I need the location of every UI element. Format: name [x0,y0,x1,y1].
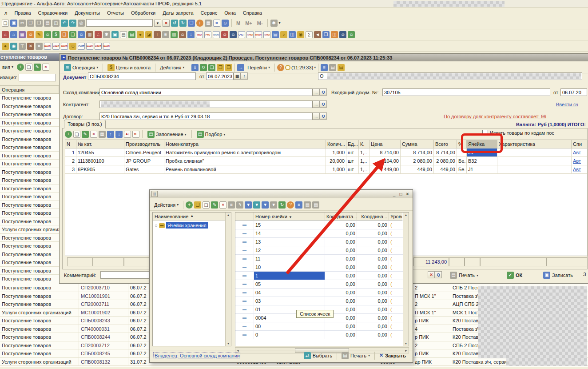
list-copy-icon[interactable]: ❏ [25,64,32,71]
filter-set-icon[interactable]: ▼ [245,201,252,209]
scroll-down-icon[interactable]: ▼ [227,342,230,345]
sort-za-icon[interactable]: Я↓ [132,131,139,138]
list-actions-button[interactable]: вия ▾ [0,64,16,71]
document-actions-button[interactable]: Действия ▾ [158,64,187,71]
print-icon[interactable]: ▤ [44,20,51,27]
info-icon[interactable]: i [196,20,203,27]
nakl2-move-icon[interactable]: НАКЛ [103,43,110,50]
delete-icon[interactable]: ✕ [219,201,226,209]
col-price[interactable]: Цена [369,140,401,148]
sum-doc-icon[interactable]: Σ [306,31,313,38]
organization-input[interactable] [19,74,56,81]
col-unit[interactable]: Ед... [346,140,359,148]
cell-number[interactable]: 14 [254,229,325,237]
row-delete-icon[interactable]: ✕ [90,131,97,138]
menu-item[interactable]: Даты запрета [159,9,197,17]
note-doc-icon[interactable]: ▤ [272,31,279,38]
doc-date-input[interactable] [206,72,234,80]
calendar-button-icon[interactable]: ▦ [234,72,241,80]
tools-cross-icon[interactable]: ✕ [27,43,34,50]
cells-vertical-scrollbar[interactable]: ▲ ▼ [403,213,409,346]
managers-icon[interactable]: ☺ [339,31,346,38]
calculator-icon[interactable]: ▦ [205,20,212,27]
nakl-minus-doc-icon[interactable]: НАКЛ [255,31,262,38]
cell-list-link[interactable]: Авт [572,165,588,174]
contragent-open-button[interactable]: Q [320,100,327,108]
org-structure-icon[interactable]: ∴ [95,31,102,38]
list-row[interactable]: Поступление товаров [0,135,59,144]
note-icon[interactable]: ▤ [338,64,345,71]
add-icon[interactable]: + [186,201,193,209]
list-row[interactable]: Поступление товаров [0,234,59,242]
cell-number[interactable]: 1 [254,272,325,280]
copy-item-icon[interactable]: ❏ [203,201,210,209]
workstation-icon[interactable]: ▣ [111,31,119,38]
col-coordinate-1[interactable]: Координата... [325,213,357,221]
nakl-minus-icon[interactable]: НАКЛ [52,43,60,50]
cell-row[interactable]: ▬ 00 0,00 0,00 ( [235,322,409,331]
item-row[interactable]: 2 1113800100 JP GROUP Пробка сливная" 20… [65,157,587,165]
refresh-back-icon[interactable]: ↺ [171,20,178,27]
list-row[interactable]: Поступление товаров [0,168,59,176]
cell-number[interactable]: 0 [254,331,325,339]
catalog-icon[interactable]: ▥ [171,31,178,38]
help-icon[interactable]: ? [277,64,284,71]
document-add-icon[interactable]: ▤ [128,31,135,38]
incoming-doc-input[interactable] [382,88,550,96]
save-icon[interactable]: ▣ [10,20,17,27]
maximize-icon[interactable]: □ [397,192,404,197]
list-row[interactable]: Поступление товаров [0,201,59,209]
search-doc-icon[interactable]: ◫ [331,31,338,38]
users-icon[interactable]: ☺ [222,20,229,27]
cell-row[interactable]: ▬ 04 0,00 0,00 ( [235,289,409,297]
combo-dropdown-icon[interactable]: ▾ [154,20,161,27]
list-add-icon[interactable]: + [17,64,24,71]
grid-icon[interactable]: ▤ [329,64,336,71]
cell-storage-cell[interactable]: B32 [467,157,497,165]
filter-by-value-icon[interactable]: ▼ [253,201,260,209]
filter-funnel-icon[interactable]: ▼ [289,215,292,219]
col-list[interactable]: Спи [572,140,588,148]
structure-icon[interactable]: ≡ [321,64,328,71]
close-icon[interactable]: × [404,192,411,197]
menu-item[interactable]: Справочники [35,9,72,17]
import-icon[interactable]: ⇓ [191,64,199,71]
money-icon[interactable]: $ [52,31,60,38]
menu-item[interactable]: Сервис [197,9,221,17]
bank-icon[interactable]: ⌂ [2,31,9,38]
pko-doc-icon[interactable]: ПКО [196,31,203,38]
price-updown-icon[interactable]: ↕ [187,31,195,38]
contracts-icon[interactable]: ✎ [36,31,43,38]
menu-item[interactable]: Правка [11,9,34,17]
list-row[interactable]: Поступление товаров [0,160,59,168]
doc-number-input[interactable] [88,72,196,80]
list-row[interactable]: Поступление товаров [0,110,59,119]
row-save-icon[interactable]: ▦ [99,131,106,138]
col-total[interactable]: Всего [434,140,457,148]
enter-invoice-link[interactable]: Ввести сч [556,102,578,107]
minimize-icon[interactable]: _ [391,192,397,197]
list-row[interactable]: Поступление товаров [0,242,59,250]
col-coordinate-2[interactable]: Координа... [357,213,389,221]
copy-icon[interactable]: ❐ [27,20,34,27]
undo-icon[interactable]: ↶ [61,20,68,27]
paste-icon[interactable]: ❒ [36,20,43,27]
transfer-in-icon[interactable]: ☺ [221,31,228,38]
list-edit-icon[interactable]: ✎ [34,64,41,71]
warehouse-open-button[interactable]: Q [320,88,327,96]
person-money-icon[interactable]: ☺ [69,43,76,50]
filter-menu-icon[interactable]: ▼ [262,201,269,209]
calculator-memory-button[interactable]: M- [255,20,265,26]
list-row[interactable]: Поступление товаров [0,127,59,135]
tools-icon[interactable]: ↑ [154,31,161,38]
add-group-icon[interactable]: ❑ [194,201,201,209]
rko-doc-icon[interactable]: РКО [204,31,211,38]
list-row[interactable]: Поступление товаров [0,275,59,283]
cell-number[interactable]: 13 [254,238,325,246]
row-add-icon[interactable]: + [65,131,72,138]
list-row[interactable]: Услуги сторонних организа [0,225,59,234]
filter-clear-icon[interactable]: ▼ [270,201,277,209]
tab-goods[interactable]: Товары (3 поз.) [64,120,106,128]
menu-item[interactable]: Окна [221,9,239,17]
popup-close-button[interactable]: ✕ Закрыть [376,352,409,359]
